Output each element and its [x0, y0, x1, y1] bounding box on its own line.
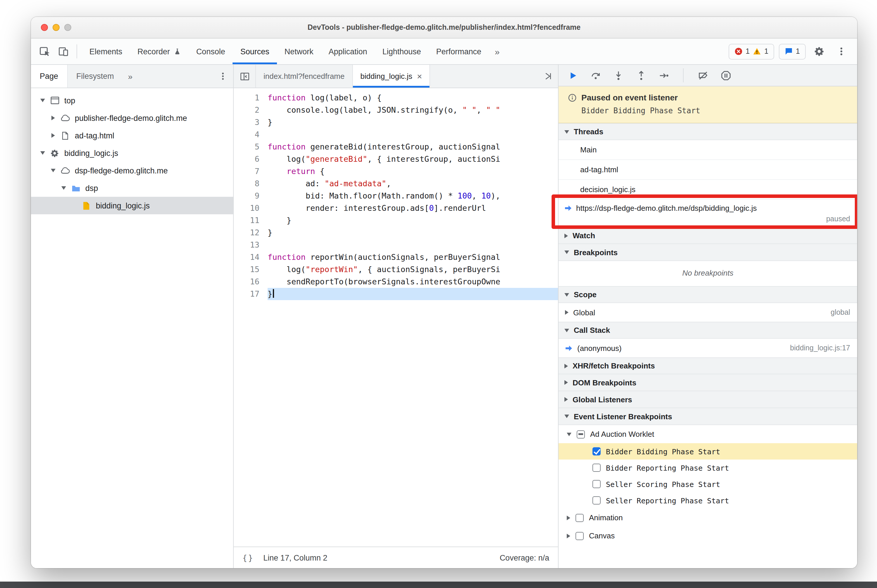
- line-number[interactable]: 17: [234, 288, 268, 300]
- event-seller-reporting-phase-start[interactable]: Seller Reporting Phase Start: [558, 492, 857, 508]
- code-line[interactable]: 7 return {: [234, 165, 558, 177]
- line-number[interactable]: 3: [234, 116, 268, 129]
- line-number[interactable]: 6: [234, 153, 268, 165]
- tree-item-dsp-domain[interactable]: dsp-fledge-demo.glitch.me: [31, 162, 233, 179]
- code-line[interactable]: 2 console.log(label, JSON.stringify(o, "…: [234, 104, 558, 116]
- section-call-stack[interactable]: Call Stack: [558, 322, 857, 339]
- thread-item-ad-tag[interactable]: ad-tag.html: [558, 160, 857, 180]
- category-canvas[interactable]: Canvas: [558, 527, 857, 545]
- issues-badge[interactable]: 1: [779, 44, 806, 59]
- chevron-down-icon[interactable]: [40, 151, 45, 155]
- line-number[interactable]: 12: [234, 226, 268, 239]
- code-line[interactable]: 10 render: interestGroup.ads[0].renderUr…: [234, 202, 558, 214]
- code-editor[interactable]: 1function log(label, o) {2 console.log(l…: [234, 88, 558, 546]
- line-number[interactable]: 14: [234, 251, 268, 263]
- category-animation[interactable]: Animation: [558, 508, 857, 527]
- scope-global-row[interactable]: Global global: [558, 303, 857, 322]
- deactivate-breakpoints-icon[interactable]: [696, 68, 710, 82]
- resume-script-icon[interactable]: [566, 68, 580, 82]
- event-seller-scoring-phase-start[interactable]: Seller Scoring Phase Start: [558, 476, 857, 492]
- category-ad-auction-worklet[interactable]: Ad Auction Worklet: [558, 425, 857, 443]
- more-tabs-button[interactable]: »: [489, 39, 506, 64]
- section-dom-breakpoints[interactable]: DOM Breakpoints: [558, 374, 857, 391]
- editor-tab-index-html[interactable]: index.html?fencedframe: [256, 65, 353, 88]
- inspect-icon[interactable]: [36, 43, 53, 60]
- code-line[interactable]: 5function generateBid(interestGroup, auc…: [234, 141, 558, 153]
- section-xhr-breakpoints[interactable]: XHR/fetch Breakpoints: [558, 357, 857, 374]
- line-number[interactable]: 7: [234, 165, 268, 177]
- tab-lighthouse[interactable]: Lighthouse: [375, 39, 429, 64]
- tree-item-publisher-domain[interactable]: publisher-fledge-demo.glitch.me: [31, 109, 233, 127]
- code-line[interactable]: 6 log("generateBid", { interestGroup, au…: [234, 153, 558, 165]
- step-icon[interactable]: [657, 68, 671, 82]
- code-line[interactable]: 8 ad: "ad-metadata",: [234, 177, 558, 190]
- more-navigator-tabs-button[interactable]: »: [123, 72, 138, 81]
- thread-item-main[interactable]: Main: [558, 140, 857, 160]
- checkbox-unchecked[interactable]: [576, 532, 584, 540]
- chevron-down-icon[interactable]: [40, 99, 45, 102]
- close-tab-icon[interactable]: ×: [417, 72, 422, 81]
- line-number[interactable]: 1: [234, 92, 268, 104]
- line-number[interactable]: 4: [234, 129, 268, 141]
- close-window-button[interactable]: [41, 24, 48, 31]
- settings-gear-icon[interactable]: [811, 43, 828, 60]
- checkbox-indeterminate[interactable]: [577, 430, 585, 438]
- line-number[interactable]: 15: [234, 263, 268, 276]
- line-number[interactable]: 10: [234, 202, 268, 214]
- minimize-window-button[interactable]: [53, 24, 60, 31]
- tab-application[interactable]: Application: [321, 39, 375, 64]
- navigator-menu-icon[interactable]: [218, 72, 233, 81]
- tree-item-bidding-logic-file[interactable]: bidding_logic.js: [31, 197, 233, 214]
- window-titlebar[interactable]: DevTools - publisher-fledge-demo.glitch.…: [31, 17, 857, 39]
- code-line[interactable]: 16 sendReportTo(browserSignals.interestG…: [234, 276, 558, 288]
- code-line[interactable]: 12}: [234, 226, 558, 239]
- line-number[interactable]: 5: [234, 141, 268, 153]
- tab-console[interactable]: Console: [189, 39, 233, 64]
- section-scope[interactable]: Scope: [558, 286, 857, 303]
- event-bidder-reporting-phase-start[interactable]: Bidder Reporting Phase Start: [558, 459, 857, 476]
- chevron-down-icon[interactable]: [51, 169, 55, 172]
- tab-sources[interactable]: Sources: [233, 39, 277, 64]
- pretty-print-icon[interactable]: {}: [242, 553, 254, 562]
- pause-on-exceptions-icon[interactable]: [719, 68, 733, 82]
- chevron-right-icon[interactable]: [51, 133, 55, 138]
- section-event-listener-breakpoints[interactable]: Event Listener Breakpoints: [558, 408, 857, 425]
- step-over-icon[interactable]: [588, 68, 602, 82]
- tree-item-ad-tag[interactable]: ad-tag.html: [31, 127, 233, 144]
- line-number[interactable]: 2: [234, 104, 268, 116]
- section-threads[interactable]: Threads: [558, 123, 857, 140]
- tab-page[interactable]: Page: [31, 65, 68, 88]
- section-watch[interactable]: Watch: [558, 227, 857, 244]
- tab-network[interactable]: Network: [277, 39, 321, 64]
- section-breakpoints[interactable]: Breakpoints: [558, 244, 857, 261]
- checkbox-unchecked[interactable]: [593, 464, 601, 472]
- code-line[interactable]: 1function log(label, o) {: [234, 92, 558, 104]
- code-line[interactable]: 14function reportWin(auctionSignals, per…: [234, 251, 558, 263]
- more-options-icon[interactable]: [833, 43, 850, 60]
- device-toolbar-icon[interactable]: [54, 43, 72, 60]
- thread-item-decision-logic[interactable]: decision_logic.js: [558, 180, 857, 200]
- code-line[interactable]: 4: [234, 129, 558, 141]
- line-number[interactable]: 13: [234, 239, 268, 251]
- code-line[interactable]: 13: [234, 239, 558, 251]
- editor-tab-bidding-logic[interactable]: bidding_logic.js ×: [353, 65, 430, 88]
- tab-performance[interactable]: Performance: [429, 39, 489, 64]
- code-line[interactable]: 9 bid: Math.floor(Math.random() * 100, 1…: [234, 190, 558, 202]
- editor-overflow-icon[interactable]: [537, 65, 558, 88]
- tab-recorder[interactable]: Recorder: [130, 39, 189, 64]
- tree-item-dsp-folder[interactable]: dsp: [31, 179, 233, 197]
- call-stack-frame[interactable]: (anonymous) bidding_logic.js:17: [558, 339, 857, 357]
- step-into-icon[interactable]: [611, 68, 625, 82]
- code-line[interactable]: 11 }: [234, 214, 558, 226]
- code-line[interactable]: 15 log("reportWin", { auctionSignals, pe…: [234, 263, 558, 276]
- section-global-listeners[interactable]: Global Listeners: [558, 391, 857, 408]
- thread-item-bidding-logic[interactable]: https://dsp-fledge-demo.glitch.me/dsp/bi…: [558, 200, 857, 227]
- checkbox-unchecked[interactable]: [576, 513, 584, 522]
- code-line[interactable]: 17}: [234, 288, 558, 300]
- line-number[interactable]: 16: [234, 276, 268, 288]
- tree-item-top[interactable]: top: [31, 92, 233, 109]
- checkbox-unchecked[interactable]: [593, 480, 601, 488]
- checkbox-checked[interactable]: [593, 447, 601, 456]
- event-bidder-bidding-phase-start[interactable]: Bidder Bidding Phase Start: [558, 443, 857, 459]
- tab-elements[interactable]: Elements: [82, 39, 130, 64]
